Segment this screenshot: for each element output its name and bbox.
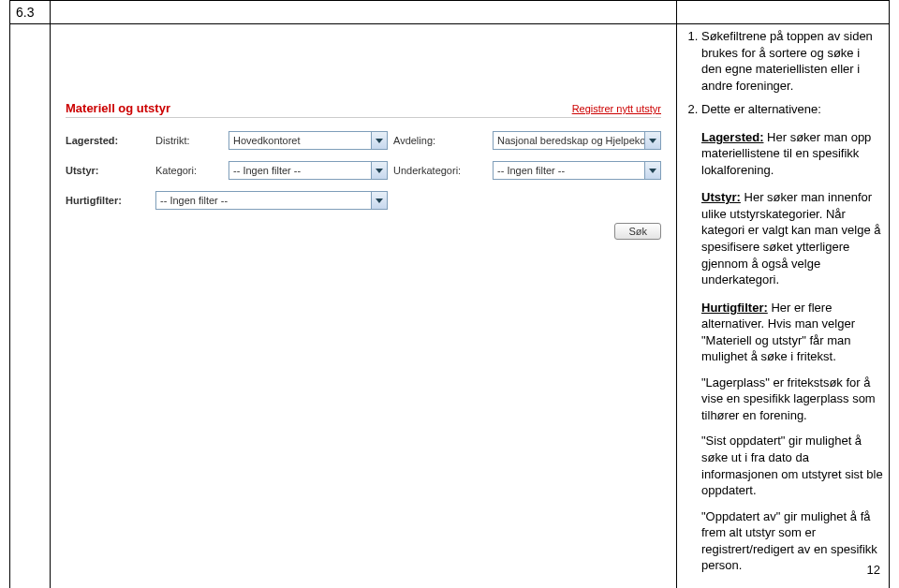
cell-num-body bbox=[10, 24, 51, 589]
underkategori-value: -- Ingen filter -- bbox=[497, 165, 565, 176]
chevron-down-icon bbox=[649, 169, 656, 173]
section-number: 6.3 bbox=[16, 5, 34, 20]
panel-header: Materiell og utstyr Registrer nytt utsty… bbox=[66, 101, 661, 118]
distrikt-label: Distrikt: bbox=[155, 135, 223, 146]
utstyr-desc: Her søker man innenfor ulike utstyrskate… bbox=[701, 190, 881, 287]
underkategori-label: Underkategori: bbox=[393, 165, 487, 176]
instruction-2: Dette er alternativene: Lagersted: Her s… bbox=[701, 101, 883, 588]
page-number: 12 bbox=[867, 563, 880, 577]
underkategori-select[interactable]: -- Ingen filter -- bbox=[493, 161, 661, 180]
cell-screenshot: Materiell og utstyr Registrer nytt utsty… bbox=[51, 24, 677, 589]
register-new-link[interactable]: Registrer nytt utstyr bbox=[572, 103, 661, 114]
panel-title: Materiell og utstyr bbox=[66, 101, 170, 115]
document-table: 6.3 Materiell og utstyr Registrer nytt u… bbox=[9, 0, 890, 588]
hurtigfilter-value: -- Ingen filter -- bbox=[160, 195, 228, 206]
instruction-1: Søkefiltrene på toppen av siden brukes f… bbox=[701, 28, 883, 94]
cell-empty-top-right bbox=[677, 1, 890, 24]
utstyr-term: Utstyr: bbox=[701, 190, 741, 204]
hurtigfilter-para: Hurtigfilter: Her er flere alternativer.… bbox=[701, 300, 883, 365]
kategori-label: Kategori: bbox=[155, 165, 223, 176]
chevron-down-icon bbox=[376, 139, 383, 143]
kategori-value: -- Ingen filter -- bbox=[233, 165, 301, 176]
distrikt-value: Hovedkontoret bbox=[233, 135, 301, 146]
chevron-down-icon bbox=[376, 169, 383, 173]
chevron-down-icon bbox=[376, 198, 383, 203]
cell-instructions: Søkefiltrene på toppen av siden brukes f… bbox=[677, 24, 890, 589]
instruction-list: Søkefiltrene på toppen av siden brukes f… bbox=[683, 28, 883, 588]
utstyr-para: Utstyr: Her søker man innenfor ulike uts… bbox=[701, 189, 883, 287]
hurtigfilter-select[interactable]: -- Ingen filter -- bbox=[155, 191, 388, 210]
lagersted-label: Lagersted: bbox=[66, 135, 150, 146]
hurtigfilter-label: Hurtigfilter: bbox=[66, 195, 150, 206]
cell-empty-top-mid bbox=[51, 1, 677, 24]
avdeling-label: Avdeling: bbox=[393, 135, 487, 146]
kategori-select[interactable]: -- Ingen filter -- bbox=[228, 161, 388, 180]
filters-panel: Materiell og utstyr Registrer nytt utsty… bbox=[56, 94, 671, 255]
sistoppdatert-para: "Sist oppdatert" gir mulighet å søke ut … bbox=[701, 433, 883, 498]
instruction-2-intro: Dette er alternativene: bbox=[701, 102, 821, 116]
oppdatertav-para: "Oppdatert av" gir mulighet å få frem al… bbox=[701, 508, 883, 574]
hurtigfilter-term: Hurtigfilter: bbox=[701, 301, 768, 315]
distrikt-select[interactable]: Hovedkontoret bbox=[228, 131, 388, 150]
chevron-down-icon bbox=[649, 139, 656, 143]
lagersted-para: Lagersted: Her søker man opp materiellis… bbox=[701, 129, 883, 179]
filter-grid: Lagersted: Distrikt: Hovedkontoret Avdel… bbox=[66, 131, 661, 210]
avdeling-value: Nasjonal beredskap og Hjelpekorps bbox=[497, 135, 660, 146]
search-button[interactable]: Søk bbox=[614, 223, 661, 240]
button-row: Søk bbox=[66, 210, 661, 240]
utstyr-label: Utstyr: bbox=[66, 165, 150, 176]
avdeling-select[interactable]: Nasjonal beredskap og Hjelpekorps bbox=[493, 131, 661, 150]
lagerplass-para: "Lagerplass" er fritekstsøk for å vise e… bbox=[701, 375, 883, 424]
lagersted-term: Lagersted: bbox=[701, 130, 763, 144]
cell-section-num: 6.3 bbox=[10, 1, 51, 24]
